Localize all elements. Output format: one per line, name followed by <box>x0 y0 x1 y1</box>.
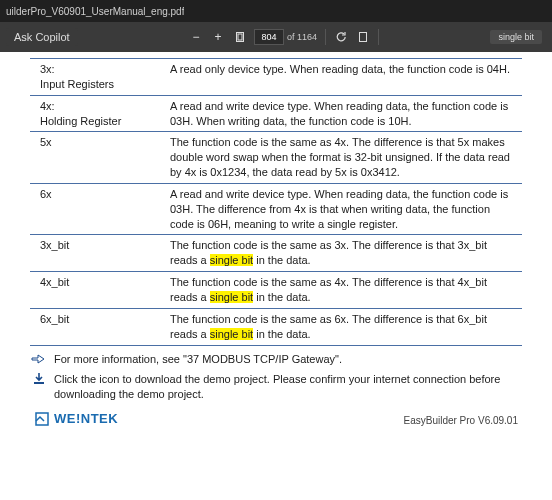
register-type-cell: 6x <box>30 183 170 235</box>
register-description-cell: A read and write device type. When readi… <box>170 95 522 132</box>
logo-icon <box>34 411 50 427</box>
brand-name: WE!NTEK <box>54 410 118 428</box>
info-note-text: For more information, see "37 MODBUS TCP… <box>54 352 342 367</box>
register-table: 3x:Input RegistersA read only device typ… <box>30 58 522 346</box>
register-description-cell: The function code is the same as 4x. The… <box>170 132 522 184</box>
svg-rect-2 <box>360 33 367 42</box>
table-row: 3x:Input RegistersA read only device typ… <box>30 59 522 96</box>
register-description-cell: The function code is the same as 3x. The… <box>170 235 522 272</box>
register-type-cell: 5x <box>30 132 170 184</box>
download-note: Click the icon to download the demo proj… <box>30 372 522 402</box>
rotate-button[interactable] <box>331 27 351 47</box>
table-row: 4x_bitThe function code is the same as 4… <box>30 272 522 309</box>
search-highlight: single bit <box>210 291 253 303</box>
register-type-cell: 3x:Input Registers <box>30 59 170 96</box>
ask-copilot-button[interactable]: Ask Copilot <box>6 28 78 46</box>
svg-rect-1 <box>238 34 242 40</box>
svg-rect-3 <box>34 382 44 384</box>
pdf-toolbar: Ask Copilot − + of 1164 single bit <box>0 22 552 52</box>
page-number-input[interactable] <box>254 29 284 45</box>
zoom-out-button[interactable]: − <box>186 27 206 47</box>
search-highlight: single bit <box>210 254 253 266</box>
version-label: EasyBuilder Pro V6.09.01 <box>403 414 518 428</box>
search-highlight: single bit <box>210 328 253 340</box>
table-row: 3x_bitThe function code is the same as 3… <box>30 235 522 272</box>
register-description-cell: A read and write device type. When readi… <box>170 183 522 235</box>
search-term-display[interactable]: single bit <box>490 30 542 44</box>
toolbar-divider <box>378 29 379 45</box>
pointing-hand-icon <box>30 352 48 366</box>
download-icon[interactable] <box>30 372 48 386</box>
register-description-cell: The function code is the same as 4x. The… <box>170 272 522 309</box>
download-note-text: Click the icon to download the demo proj… <box>54 372 522 402</box>
table-row: 6x_bitThe function code is the same as 6… <box>30 308 522 345</box>
toolbar-divider <box>325 29 326 45</box>
register-type-cell: 4x:Holding Register <box>30 95 170 132</box>
page-footer: WE!NTEK EasyBuilder Pro V6.09.01 <box>30 410 522 428</box>
table-row: 5xThe function code is the same as 4x. T… <box>30 132 522 184</box>
register-description-cell: A read only device type. When reading da… <box>170 59 522 96</box>
register-type-cell: 3x_bit <box>30 235 170 272</box>
register-type-cell: 4x_bit <box>30 272 170 309</box>
table-row: 6xA read and write device type. When rea… <box>30 183 522 235</box>
table-row: 4x:Holding RegisterA read and write devi… <box>30 95 522 132</box>
zoom-in-button[interactable]: + <box>208 27 228 47</box>
document-page: 3x:Input RegistersA read only device typ… <box>0 52 552 434</box>
page-view-button[interactable] <box>353 27 373 47</box>
window-titlebar: uilderPro_V60901_UserManual_eng.pdf <box>0 0 552 22</box>
weintek-logo: WE!NTEK <box>34 410 118 428</box>
fit-page-button[interactable] <box>230 27 250 47</box>
register-description-cell: The function code is the same as 6x. The… <box>170 308 522 345</box>
document-filename: uilderPro_V60901_UserManual_eng.pdf <box>6 6 184 17</box>
page-total-label: of 1164 <box>287 32 317 42</box>
register-type-cell: 6x_bit <box>30 308 170 345</box>
info-note: For more information, see "37 MODBUS TCP… <box>30 352 522 367</box>
